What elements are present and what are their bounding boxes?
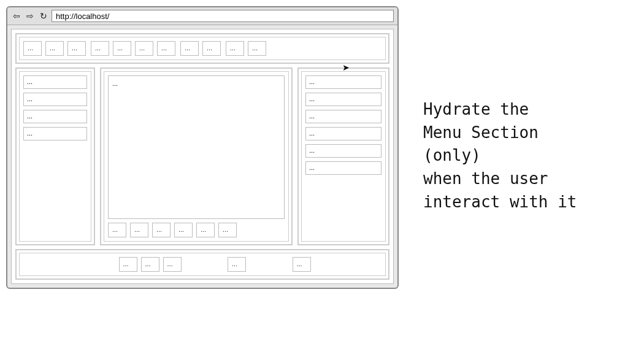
- center-content: ... ... ... ... ... ... ...: [100, 67, 293, 245]
- nav-item[interactable]: ...: [202, 41, 221, 56]
- thumbnail[interactable]: ...: [218, 223, 237, 237]
- nav-group-1: ... ... ...: [23, 41, 86, 56]
- nav-group-4: ... ...: [226, 41, 266, 56]
- sidebar-item[interactable]: ...: [305, 110, 381, 123]
- nav-group-3: ... ...: [180, 41, 221, 56]
- browser-toolbar: ⇦ ⇨ ↻ http://localhost/: [7, 7, 397, 25]
- back-button[interactable]: ⇦: [11, 10, 22, 21]
- nav-item[interactable]: ...: [180, 41, 199, 56]
- caption-line: interact with it: [423, 191, 577, 214]
- nav-item[interactable]: ...: [113, 41, 131, 56]
- left-sidebar: ... ... ... ...: [15, 67, 95, 245]
- thumbnail[interactable]: ...: [152, 223, 171, 237]
- nav-item[interactable]: ...: [91, 41, 109, 56]
- sidebar-item[interactable]: ...: [305, 161, 381, 175]
- footer-group-right: ...: [293, 257, 311, 272]
- nav-item[interactable]: ...: [157, 41, 175, 56]
- menu-section[interactable]: ... ... ... ... ... ... ... ... ...: [15, 33, 389, 64]
- caption-line: when the user: [423, 167, 577, 191]
- thumbnail[interactable]: ...: [174, 223, 193, 237]
- caption-text: Hydrate the Menu Section (only) when the…: [423, 6, 577, 213]
- sidebar-item[interactable]: ...: [23, 75, 87, 89]
- reload-button[interactable]: ↻: [38, 10, 49, 21]
- footer-item[interactable]: ...: [141, 257, 159, 272]
- footer-group-left: ... ... ...: [119, 257, 182, 272]
- browser-window: ⇦ ⇨ ↻ http://localhost/ ... ... ... ... …: [6, 6, 399, 289]
- sidebar-item[interactable]: ...: [23, 127, 87, 140]
- sidebar-item[interactable]: ...: [23, 93, 87, 106]
- nav-item[interactable]: ...: [67, 41, 86, 56]
- sidebar-item[interactable]: ...: [23, 110, 87, 123]
- forward-button[interactable]: ⇨: [25, 10, 36, 21]
- nav-item[interactable]: ...: [45, 41, 64, 56]
- footer-item[interactable]: ...: [228, 257, 246, 272]
- page-viewport: ... ... ... ... ... ... ... ... ...: [11, 29, 394, 284]
- sidebar-item[interactable]: ...: [305, 144, 381, 158]
- main-row: ... ... ... ... ... ... ... ... ...: [15, 67, 389, 245]
- footer-group-mid: ...: [228, 257, 246, 272]
- right-sidebar: ... ... ... ... ... ...: [297, 67, 389, 245]
- nav-item[interactable]: ...: [226, 41, 244, 56]
- url-bar[interactable]: http://localhost/: [52, 10, 394, 22]
- footer-item[interactable]: ...: [163, 257, 182, 272]
- sidebar-item[interactable]: ...: [305, 75, 381, 89]
- main-content: ...: [108, 75, 285, 219]
- nav-item[interactable]: ...: [23, 41, 42, 56]
- nav-group-2: ... ... ... ...: [91, 41, 175, 56]
- menu-section-inner: ... ... ... ... ... ... ... ... ...: [19, 37, 386, 60]
- thumbnail-row: ... ... ... ... ... ...: [108, 223, 285, 237]
- footer-section: ... ... ... ... ...: [15, 249, 389, 280]
- caption-line: Menu Section: [423, 121, 577, 145]
- footer-item[interactable]: ...: [119, 257, 137, 272]
- thumbnail[interactable]: ...: [108, 223, 126, 237]
- footer-item[interactable]: ...: [293, 257, 311, 272]
- nav-item[interactable]: ...: [248, 41, 266, 56]
- caption-line: (only): [423, 144, 577, 167]
- caption-line: Hydrate the: [423, 98, 577, 121]
- sidebar-item[interactable]: ...: [305, 127, 381, 140]
- nav-item[interactable]: ...: [135, 41, 153, 56]
- sidebar-item[interactable]: ...: [305, 93, 381, 106]
- thumbnail[interactable]: ...: [196, 223, 215, 237]
- thumbnail[interactable]: ...: [130, 223, 148, 237]
